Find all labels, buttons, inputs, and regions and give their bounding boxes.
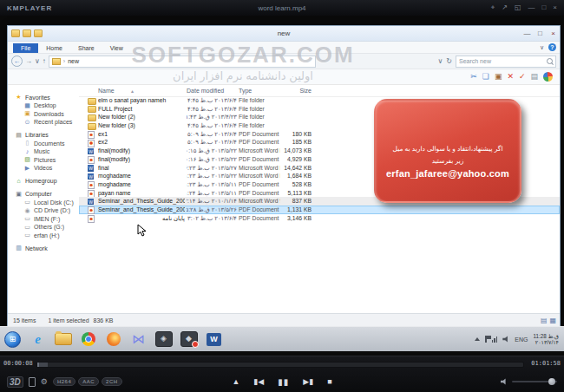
history-dropdown-icon[interactable]: ∨: [35, 57, 40, 65]
sidebar-section-network[interactable]: ▥Network: [8, 244, 79, 252]
help-icon[interactable]: ?: [548, 43, 556, 51]
ribbon-collapse-icon[interactable]: ∨: [540, 44, 544, 51]
open-button[interactable]: ▲: [232, 377, 239, 386]
volume-slider[interactable]: [512, 381, 557, 382]
file-row[interactable]: Seminar_and_Thesis_Guide_2008۲۰۱۳/۵/۲۶ ق…: [79, 206, 560, 214]
sidebar-item-cd-drive-d[interactable]: ◉CD Drive (D:): [8, 206, 79, 215]
explorer-close-button[interactable]: ×: [547, 27, 560, 41]
recent-places-icon: ⊙: [23, 119, 31, 126]
taskbar-firefox[interactable]: [102, 329, 125, 350]
action-center-icon[interactable]: [485, 336, 487, 343]
maximize-icon[interactable]: □: [541, 0, 546, 16]
sidebar-section-computer[interactable]: ▣Computer: [8, 190, 79, 199]
explorer-titlebar[interactable]: new — □ ×: [8, 26, 560, 42]
sidebar-section-libraries[interactable]: ▤Libraries: [8, 131, 79, 140]
search-input[interactable]: Search new: [456, 56, 556, 68]
column-header-size[interactable]: Size: [277, 88, 312, 94]
taskbar-clock[interactable]: 11:28 ق.ظ ۲۰۱۳/۷/۱۴: [533, 333, 559, 345]
player-titlebar[interactable]: KMPLAYER word learn.mp4 ⌖↗◱—□×: [0, 0, 564, 16]
network-icon[interactable]: [492, 336, 498, 343]
pause-button[interactable]: ▮▮: [278, 377, 289, 387]
tab-view[interactable]: View: [102, 43, 131, 53]
homegroup-icon: ⌂: [15, 178, 23, 184]
pin-icon[interactable]: ↗: [502, 0, 508, 16]
explorer-toolbar: ✂❏▣✕✓▤: [8, 69, 560, 85]
breadcrumb[interactable]: › new: [49, 56, 316, 68]
cut-icon[interactable]: ✂: [470, 69, 477, 84]
taskbar-word[interactable]: W: [202, 329, 226, 350]
sidebar-item-local-disk-c[interactable]: ▭Local Disk (C:): [8, 199, 79, 207]
sidebar-item-desktop[interactable]: ▦Desktop: [8, 101, 79, 110]
close-icon[interactable]: ×: [553, 0, 557, 16]
file-name: elm o sanat payan nameh: [98, 96, 185, 105]
language-indicator[interactable]: ENG: [515, 336, 528, 343]
tab-file[interactable]: File: [13, 43, 38, 53]
tab-home[interactable]: Home: [38, 43, 70, 53]
back-icon[interactable]: ←: [11, 56, 23, 67]
windows-taskbar[interactable]: ⊞e⋈◈◆W ENG 11:28 ق.ظ ۲۰۱۳/۷/۱۴: [0, 326, 564, 351]
sidebar-item-downloads[interactable]: ▣Downloads: [8, 110, 79, 119]
sidebar-item-imen-f[interactable]: ▭IMEN (F:): [8, 215, 79, 224]
explorer-maximize-button[interactable]: □: [534, 27, 547, 41]
sidebar-section-favorites[interactable]: ★Favorites: [8, 93, 79, 101]
file-type: Microsoft Word 9...: [239, 197, 280, 206]
taskbar-file-explorer[interactable]: [51, 329, 75, 350]
system-tray[interactable]: ENG 11:28 ق.ظ ۲۰۱۳/۷/۱۴: [475, 333, 559, 345]
minimize-icon[interactable]: —: [528, 0, 534, 16]
videos-icon: ▶: [23, 165, 31, 172]
copy-icon[interactable]: ❏: [482, 69, 489, 84]
sidebar-item-pictures[interactable]: ▨Pictures: [8, 156, 79, 165]
refresh-icon[interactable]: ↻: [446, 57, 452, 65]
file-size: 3,146 KB: [277, 214, 312, 223]
browser-icon[interactable]: [543, 72, 553, 82]
previous-button[interactable]: ▮◀: [253, 377, 264, 386]
sidebar-item-others-g[interactable]: ▭Others (G:): [8, 223, 79, 232]
taskbar-chrome[interactable]: [76, 329, 100, 350]
file-date: ۲۰۱۳/۶/۴ ب.ظ ۴:۴۵: [187, 105, 237, 114]
address-dropdown-icon[interactable]: ∨: [437, 57, 443, 65]
next-button[interactable]: ▶▮: [303, 377, 313, 386]
taskbar-internet-explorer[interactable]: e: [26, 329, 49, 350]
taskbar-app-dark[interactable]: ◈: [152, 329, 175, 350]
thumbnails-view-icon[interactable]: ▦: [549, 317, 556, 324]
sidebar-item-videos[interactable]: ▶Videos: [8, 164, 79, 173]
selection-summary: 1 item selected: [48, 317, 89, 323]
stop-button[interactable]: ■: [327, 377, 331, 386]
file-date: ۲۰۱۳/۵/۱۱ ب.ظ ۱:۲۳: [187, 180, 237, 189]
sidebar-section-label: Libraries: [25, 132, 49, 138]
sidebar-section-homegroup[interactable]: ⌂Homegroup: [8, 177, 79, 186]
sidebar-item-recent-places[interactable]: ⊙Recent places: [8, 118, 79, 127]
file-row[interactable]: پایان نامه۲۰۱۳/۶/۴ ب.ظ ۳:۰۲PDF Document3…: [79, 214, 560, 223]
column-header-date[interactable]: Date modified: [187, 88, 224, 94]
search-icon[interactable]: ⌖: [491, 0, 495, 16]
taskbar-app-notify[interactable]: ◆: [177, 329, 200, 350]
video-surface[interactable]: new — □ × FileHomeShareView ∨ ? ← → ∨ ↑: [0, 16, 564, 356]
paste-icon[interactable]: ▣: [495, 69, 502, 84]
confirm-icon[interactable]: ✓: [519, 69, 526, 84]
volume-knob[interactable]: [548, 378, 555, 385]
navigation-pane: ★Favorites▦Desktop▣Downloads⊙Recent plac…: [8, 85, 79, 313]
file-name: New folder (3): [98, 121, 185, 130]
file-name: پایان نامه: [98, 214, 185, 223]
seek-bar[interactable]: [36, 362, 524, 368]
volume-icon[interactable]: [502, 336, 509, 343]
explorer-minimize-button[interactable]: —: [521, 27, 534, 41]
tray-expand-icon[interactable]: [475, 337, 480, 341]
start-button[interactable]: ⊞: [1, 329, 24, 350]
chrome-icon: [82, 332, 95, 346]
forward-icon[interactable]: →: [25, 57, 32, 65]
details-view-icon[interactable]: ▤: [541, 317, 548, 324]
resize-icon[interactable]: ◱: [515, 0, 521, 16]
taskbar-kmplayer[interactable]: ⋈: [127, 329, 150, 350]
sidebar-item-documents[interactable]: ▯Documents: [8, 140, 79, 148]
up-icon[interactable]: ↑: [43, 57, 46, 65]
column-header-type[interactable]: Type: [239, 88, 252, 94]
file-size: 14,073 KB: [277, 147, 312, 155]
sidebar-item-erfan-h[interactable]: ▭erfan (H:): [8, 232, 79, 240]
file-name: final(modify): [98, 155, 185, 164]
preview-icon[interactable]: ▤: [530, 69, 538, 84]
tab-share[interactable]: Share: [70, 43, 102, 53]
delete-icon[interactable]: ✕: [507, 69, 514, 84]
column-header-name[interactable]: Name: [98, 88, 115, 94]
sidebar-item-music[interactable]: ♪Music: [8, 147, 79, 156]
